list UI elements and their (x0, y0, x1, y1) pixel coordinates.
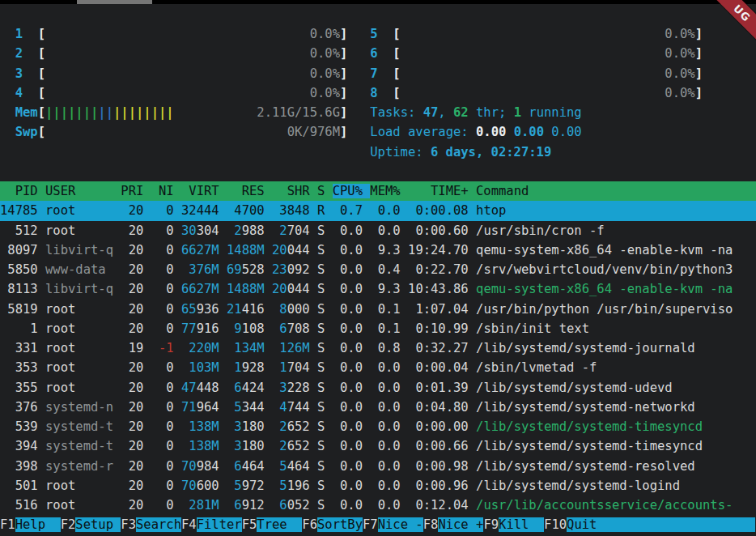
text (347, 125, 370, 139)
cell-mem: 0.0 (370, 203, 408, 218)
text (265, 223, 272, 238)
cell-pri: 20 (121, 498, 151, 513)
fn-key-f1[interactable]: F1 (0, 517, 15, 532)
cell-state: S (317, 400, 333, 415)
load-15min: 0.00 (551, 125, 581, 139)
fn-key-f9[interactable]: F9 (483, 517, 499, 532)
process-row-539[interactable]: 539 systemd-t 20 0 138M 3180 2652 S 0.0 … (0, 417, 756, 436)
text (310, 439, 317, 453)
column-header-pri[interactable]: PRI (121, 184, 151, 198)
cell-user: root (45, 321, 121, 336)
process-row-353[interactable]: 353 root 20 0 103M 1928 1704 S 0.0 0.0 0… (0, 358, 756, 377)
fn-label-kill[interactable]: Kill (499, 517, 544, 532)
fn-key-f4[interactable]: F4 (181, 517, 197, 532)
text (310, 243, 317, 257)
cpu-meter-label: 2 (15, 46, 23, 61)
fn-label-nice-[interactable]: Nice + (438, 517, 483, 532)
fn-key-f2[interactable]: F2 (61, 517, 76, 532)
fn-label-nice-[interactable]: Nice - (378, 517, 423, 532)
meter-close-bracket: ] (340, 27, 347, 41)
cell-state: S (317, 498, 333, 513)
cell-time: 1:07.04 (408, 302, 476, 317)
cell-cpu: 0.0 (333, 223, 371, 238)
cell-pri: 20 (121, 360, 151, 375)
process-row-394[interactable]: 394 systemd-t 20 0 138M 3180 2652 S 0.0 … (0, 436, 756, 456)
cell-pid: 8113 (0, 282, 45, 296)
fn-key-f3[interactable]: F3 (121, 517, 136, 532)
meter-open-bracket: [ (393, 27, 400, 41)
column-header-mem[interactable]: MEM% (370, 184, 408, 198)
cpu-meter-label: 6 (370, 46, 377, 61)
fn-label-tree[interactable]: Tree (257, 517, 302, 532)
meter-close-bracket: ] (695, 86, 703, 100)
process-row-376[interactable]: 376 systemd-n 20 0 71964 5344 4744 S 0.0… (0, 398, 756, 417)
text (0, 86, 15, 100)
cell-cpu: 0.0 (333, 302, 371, 317)
cell-res: 1488M (227, 243, 265, 257)
process-row-8097[interactable]: 8097 libvirt-q 20 0 6627M 1488M 20044 S … (0, 240, 756, 260)
cell-pid: 1 (0, 321, 45, 336)
fn-key-f7[interactable]: F7 (363, 517, 378, 532)
column-header-shr[interactable]: SHR (272, 184, 317, 198)
column-header-res[interactable]: RES (227, 184, 272, 198)
cell-res: 180 (242, 419, 265, 434)
fn-label-help[interactable]: Help (15, 517, 61, 532)
cell-command: /lib/systemd/systemd-timesyncd (476, 439, 755, 453)
cell-pri: 20 (121, 439, 151, 453)
process-row-5819[interactable]: 5819 root 20 0 65936 21416 8000 S 0.0 0.… (0, 300, 756, 319)
meter-close-bracket: ] (695, 27, 703, 41)
text (401, 86, 665, 100)
process-row-501[interactable]: 501 root 20 0 70600 5972 5196 S 0.0 0.0 … (0, 476, 756, 496)
process-row-8113[interactable]: 8113 libvirt-q 20 0 6627M 1488M 20044 S … (0, 279, 756, 299)
text (347, 105, 370, 120)
column-header-ni[interactable]: NI (151, 184, 181, 198)
column-header-user[interactable]: USER (45, 184, 121, 198)
cell-virt: 65 (181, 302, 197, 317)
fn-label-setup[interactable]: Setup (75, 517, 121, 532)
fn-key-f8[interactable]: F8 (423, 517, 439, 532)
cell-ni: 0 (151, 400, 181, 415)
text (265, 381, 272, 395)
meter-close-bracket: ] (340, 125, 347, 139)
column-header-command[interactable]: Command (476, 184, 755, 198)
column-header-state[interactable]: S (317, 184, 333, 198)
text (45, 125, 287, 139)
column-header-pid[interactable]: PID (0, 184, 45, 198)
cell-ni: 0 (151, 439, 181, 453)
cell-state: S (317, 479, 333, 493)
cpu-meter-label: 5 (370, 27, 377, 41)
cell-user: www-data (45, 262, 121, 277)
cell-pid: 501 (0, 479, 45, 493)
load-average-label: Load average: (370, 125, 476, 139)
text (0, 27, 15, 41)
process-row-5850[interactable]: 5850 www-data 20 0 376M 69528 23092 S 0.… (0, 260, 756, 279)
fn-label-filter[interactable]: Filter (197, 517, 242, 532)
process-row-398[interactable]: 398 systemd-r 20 0 70984 6464 5464 S 0.0… (0, 457, 756, 476)
process-row-516[interactable]: 516 root 20 0 281M 6912 6052 S 0.0 0.0 0… (0, 496, 756, 515)
fn-key-f10[interactable]: F10 (544, 517, 567, 532)
meter-close-bracket: ] (340, 105, 347, 120)
process-row-512[interactable]: 512 root 20 0 30304 2988 2704 S 0.0 0.0 … (0, 221, 756, 240)
cell-res: 5 (227, 400, 242, 415)
text (219, 360, 227, 375)
column-header-cpu-sorted[interactable]: CPU% (333, 184, 371, 198)
process-row-1[interactable]: 1 root 20 0 77916 9108 6708 S 0.0 0.1 0:… (0, 319, 756, 338)
cell-res: 928 (242, 360, 265, 375)
cell-res: 416 (242, 302, 265, 317)
cell-shr: 2 (272, 419, 287, 434)
cell-virt: 444 (197, 203, 219, 218)
fn-label-quit[interactable]: Quit (567, 517, 755, 532)
text (219, 479, 227, 493)
process-row-331[interactable]: 331 root 19 -1 220M 134M 126M S 0.0 0.8 … (0, 338, 756, 358)
fn-label-search[interactable]: Search (136, 517, 181, 532)
fn-key-f5[interactable]: F5 (242, 517, 257, 532)
process-row-355[interactable]: 355 root 20 0 47448 6424 3228 S 0.0 0.0 … (0, 378, 756, 398)
column-header-virt[interactable]: VIRT (181, 184, 227, 198)
column-header-time[interactable]: TIME+ (408, 184, 476, 198)
process-row-14785[interactable]: 14785 root 20 0 32444 4700 3848 R 0.7 0.… (0, 201, 756, 220)
fn-key-f6[interactable]: F6 (302, 517, 317, 532)
cell-cpu: 0.0 (333, 243, 371, 257)
cell-shr: 848 (287, 203, 310, 218)
blank-row (0, 162, 756, 181)
fn-label-sortby[interactable]: SortBy (317, 517, 363, 532)
